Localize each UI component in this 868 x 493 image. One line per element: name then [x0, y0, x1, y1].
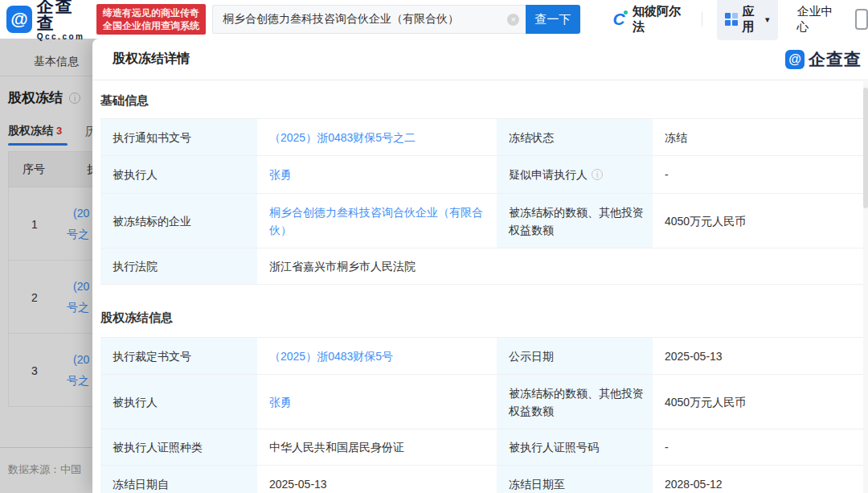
row-label: 疑似申请执行人i — [497, 156, 653, 194]
nav-zhibi-alpha[interactable]: C 知彼阿尔法 — [611, 4, 687, 35]
table-row: 被执行人 张勇 被冻结标的数额、其他投资权益数额 4050万元人民币 — [100, 375, 865, 429]
top-bar: @ 企查查 Qcc.com 缔造有远见的商业传奇 全国企业信用查询系统 桐乡合创… — [0, 0, 868, 39]
modal-header: 股权冻结详情 @ 企查查 — [92, 39, 868, 80]
clear-icon[interactable]: × — [507, 14, 519, 26]
modal-scrollbar[interactable] — [863, 81, 868, 493]
equity-freeze-detail-modal: 股权冻结详情 @ 企查查 基础信息 执行通知书文号 （2025）浙0483财保5… — [92, 39, 868, 493]
info-icon[interactable]: i — [592, 169, 603, 180]
ruling-number-link[interactable]: （2025）浙0483财保5号 — [269, 350, 393, 363]
row-value: 浙江省嘉兴市桐乡市人民法院 — [257, 249, 865, 285]
nav-enterprise-center[interactable]: 企业中心 — [797, 4, 841, 35]
qcc-logo[interactable]: @ 企查查 Qcc.com — [6, 0, 88, 41]
row-label: 冻结日期自 — [100, 466, 257, 493]
company-link[interactable]: 桐乡合创德力叁科技咨询合伙企业（有限合伙） — [269, 206, 483, 236]
row-value: 冻结 — [653, 119, 865, 156]
table-row: 被执行人证照种类 中华人民共和国居民身份证 被执行人证照号码 - — [100, 429, 865, 466]
brand-name: 企查查 — [37, 0, 88, 31]
mobile-app-icon[interactable] — [855, 9, 868, 30]
apps-grid-icon — [725, 13, 738, 26]
row-label: 执行通知书文号 — [100, 119, 257, 156]
row-label: 被执行人证照号码 — [497, 429, 653, 466]
row-label: 冻结状态 — [497, 119, 653, 156]
row-label: 被冻结标的数额、其他投资权益数额 — [497, 194, 653, 249]
row-label: 执行法院 — [100, 249, 257, 285]
person-link[interactable]: 张勇 — [269, 396, 292, 409]
search-input[interactable]: 桐乡合创德力叁科技咨询合伙企业（有限合伙） × — [212, 5, 526, 34]
row-value: 中华人民共和国居民身份证 — [257, 429, 497, 466]
row-value: 4050万元人民币 — [653, 194, 865, 249]
row-value: 2028-05-12 — [653, 466, 865, 493]
row-value: 2025-05-13 — [257, 466, 497, 493]
divider — [702, 12, 702, 27]
row-label: 被执行人 — [100, 156, 257, 194]
table-row: 执行法院 浙江省嘉兴市桐乡市人民法院 — [100, 249, 865, 285]
row-value: 4050万元人民币 — [653, 375, 865, 429]
search-area: 桐乡合创德力叁科技咨询合伙企业（有限合伙） × 查一下 — [212, 5, 580, 34]
slogan-badge: 缔造有远见的商业传奇 全国企业信用查询系统 — [96, 4, 206, 35]
modal-title: 股权冻结详情 — [113, 51, 190, 68]
row-value: - — [653, 156, 865, 194]
row-value: - — [653, 429, 865, 466]
modal-body: 基础信息 执行通知书文号 （2025）浙0483财保5号之二 冻结状态 冻结 被… — [92, 80, 868, 493]
search-button[interactable]: 查一下 — [526, 5, 580, 34]
row-label: 执行裁定书文号 — [100, 338, 257, 375]
table-row: 被冻结标的企业 桐乡合创德力叁科技咨询合伙企业（有限合伙） 被冻结标的数额、其他… — [100, 194, 865, 249]
freeze-info-table: 执行裁定书文号 （2025）浙0483财保5号 公示日期 2025-05-13 … — [100, 337, 865, 493]
row-label: 被执行人 — [100, 375, 257, 429]
section-title-basic-info: 基础信息 — [100, 93, 865, 109]
qcc-logo-icon: @ — [6, 6, 32, 33]
row-label: 冻结日期至 — [497, 466, 653, 493]
row-value: 2025-05-13 — [653, 338, 865, 375]
table-row: 被执行人 张勇 疑似申请执行人i - — [100, 156, 865, 194]
search-input-value: 桐乡合创德力叁科技咨询合伙企业（有限合伙） — [223, 12, 459, 27]
modal-watermark-logo: @ 企查查 — [785, 48, 862, 71]
notice-number-link[interactable]: （2025）浙0483财保5号之二 — [269, 131, 416, 144]
table-row: 执行裁定书文号 （2025）浙0483财保5号 公示日期 2025-05-13 — [100, 338, 865, 375]
table-row: 执行通知书文号 （2025）浙0483财保5号之二 冻结状态 冻结 — [100, 119, 865, 156]
basic-info-table: 执行通知书文号 （2025）浙0483财保5号之二 冻结状态 冻结 被执行人 张… — [100, 118, 865, 285]
alpha-logo-icon: C — [611, 10, 627, 28]
table-row: 冻结日期自 2025-05-13 冻结日期至 2028-05-12 — [100, 466, 865, 493]
row-label: 被冻结标的企业 — [100, 194, 257, 249]
row-label: 公示日期 — [497, 338, 653, 375]
chevron-down-icon: ▾ — [765, 14, 770, 25]
section-title-freeze-info: 股权冻结信息 — [100, 310, 865, 326]
qcc-logo-icon: @ — [785, 50, 805, 69]
brand-domain: Qcc.com — [37, 33, 88, 41]
row-label: 被冻结标的数额、其他投资权益数额 — [497, 375, 653, 429]
nav-apps-dropdown[interactable]: 应用 ▾ — [717, 0, 778, 40]
person-link[interactable]: 张勇 — [269, 168, 292, 181]
row-label: 被执行人证照种类 — [100, 429, 257, 466]
scrollbar-thumb[interactable] — [863, 88, 868, 208]
